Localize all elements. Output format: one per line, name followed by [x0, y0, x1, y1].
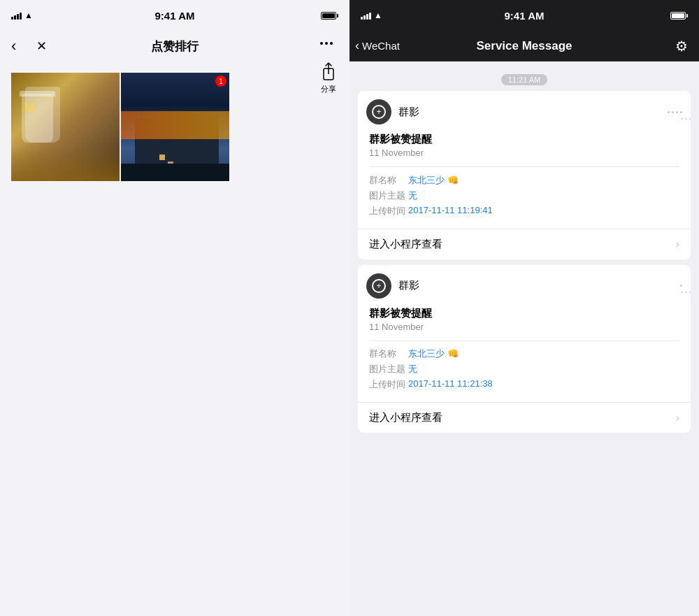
- field-value-1-1: 无: [408, 189, 417, 202]
- timestamp-text: 11:21 AM: [501, 74, 547, 85]
- card-name-1: 群影: [398, 106, 661, 119]
- close-icon: ✕: [36, 39, 47, 53]
- card-more-button-1[interactable]: ···: [668, 111, 682, 113]
- card-header-2: + 群影 ···: [358, 265, 691, 304]
- timestamp-label: 11:21 AM: [350, 73, 699, 85]
- field-label-1-1: 图片主题: [369, 189, 408, 202]
- logo-m: M: [24, 101, 34, 115]
- card-action-label-2: 进入小程序查看: [369, 411, 442, 424]
- card-header-1: + 群影 ···: [358, 91, 691, 130]
- field-label-2-2: 上传时间: [369, 378, 408, 391]
- photo-item-1[interactable]: M: [11, 73, 120, 181]
- more-dot-2: [325, 42, 328, 45]
- card-field-2-2: 上传时间 2017-11-11 11:21:38: [369, 378, 679, 391]
- photo-item-2[interactable]: 1: [121, 73, 229, 181]
- card-date-2: 11 November: [369, 322, 679, 332]
- close-button[interactable]: ✕: [36, 38, 47, 54]
- ellipsis-2: ···: [680, 285, 682, 287]
- settings-icon: ⚙: [675, 38, 688, 54]
- more-dot-3: [330, 42, 333, 45]
- card-title-2: 群影被赞提醒: [369, 307, 679, 320]
- sunset-glow: [121, 111, 229, 139]
- back-button-left[interactable]: ‹: [11, 38, 16, 54]
- signal-wifi-right: ▲: [361, 10, 382, 20]
- wifi-icon-right: ▲: [374, 10, 382, 20]
- settings-button[interactable]: ⚙: [675, 38, 688, 55]
- photo-food: M: [11, 73, 120, 181]
- card-action-1[interactable]: 进入小程序查看 ›: [358, 229, 691, 259]
- card-avatar-2: +: [366, 273, 391, 299]
- more-dot-1: [320, 42, 323, 45]
- battery-icon-right: [670, 12, 688, 20]
- card-divider-1: [369, 166, 679, 167]
- card-action-chevron-1: ›: [676, 238, 679, 250]
- card-action-2[interactable]: 进入小程序查看 ›: [358, 402, 691, 433]
- field-value-2-2: 2017-11-11 11:21:38: [408, 378, 493, 389]
- right-panel: ▲ 9:41 AM ‹ WeChat Service Message ⚙ 11:…: [350, 0, 699, 616]
- card-field-2-1: 图片主题 无: [369, 363, 679, 375]
- card-avatar-1: +: [366, 99, 391, 124]
- more-button[interactable]: [315, 36, 338, 50]
- more-dot-b: [672, 111, 674, 113]
- card-field-1-1: 图片主题 无: [369, 189, 679, 202]
- field-value-2-0: 东北三少 👊: [408, 348, 459, 360]
- more-dot-c: [676, 111, 678, 113]
- more-dot-a: [668, 111, 670, 113]
- card-more-button-2[interactable]: ···: [680, 285, 682, 287]
- ellipsis-1: ···: [680, 111, 682, 113]
- message-card-1: + 群影 ··· 群影被赞提醒 11 November 群名称 东北三少 👊: [358, 91, 691, 259]
- status-icons-left: ▲: [11, 10, 33, 20]
- card-date-1: 11 November: [369, 148, 679, 158]
- status-time-left: 9:41 AM: [155, 10, 195, 22]
- photo-night: [121, 73, 229, 181]
- card-name-2: 群影: [398, 279, 673, 292]
- status-bar-left: ▲ 9:41 AM: [0, 0, 350, 31]
- status-bar-right: ▲ 9:41 AM: [350, 0, 699, 31]
- card-divider-2: [369, 341, 679, 341]
- cup-shape: [22, 94, 53, 143]
- card-title-1: 群影被赞提醒: [369, 133, 679, 146]
- back-chevron-right: ‹: [355, 38, 359, 53]
- left-header: ‹ ✕ 点赞排行: [0, 31, 350, 62]
- avatar-plus-1: +: [376, 107, 381, 117]
- back-button-right[interactable]: ‹ WeChat: [355, 38, 400, 53]
- share-button[interactable]: 分享: [319, 62, 338, 94]
- wifi-icon: ▲: [24, 10, 33, 20]
- avatar-inner-1: +: [372, 105, 386, 119]
- page-title-left: 点赞排行: [151, 38, 199, 55]
- left-panel: ▲ 9:41 AM ‹ ✕ 点赞排行 分享: [0, 0, 350, 616]
- signal-icon-right: [361, 11, 371, 20]
- share-icon: [319, 62, 338, 81]
- window-lights: [159, 155, 165, 160]
- avatar-plus-2: +: [376, 281, 381, 291]
- messages-container[interactable]: 11:21 AM + 群影 ··· 群影被赞提醒 1: [350, 62, 699, 616]
- field-label-2-0: 群名称: [369, 348, 408, 360]
- field-label-2-1: 图片主题: [369, 363, 408, 375]
- card-action-label-1: 进入小程序查看: [369, 238, 442, 251]
- card-action-chevron-2: ›: [676, 412, 679, 424]
- card-body-2: 群影被赞提醒 11 November 群名称 东北三少 👊 图片主题 无 上传时…: [358, 304, 691, 403]
- photo-badge-2: 1: [215, 76, 226, 87]
- back-chevron-left: ‹: [11, 38, 16, 54]
- signal-icon: [11, 11, 22, 20]
- avatar-inner-2: +: [372, 279, 386, 293]
- field-value-1-0: 东北三少 👊: [408, 174, 459, 187]
- field-value-2-1: 无: [408, 363, 417, 375]
- card-body-1: 群影被赞提醒 11 November 群名称 东北三少 👊 图片主题 无 上传时…: [358, 130, 691, 229]
- back-label-right: WeChat: [362, 40, 400, 52]
- right-header: ‹ WeChat Service Message ⚙: [350, 31, 699, 62]
- card-field-1-0: 群名称 东北三少 👊: [369, 174, 679, 187]
- cup-lid: [20, 91, 55, 96]
- photos-grid: M 1: [0, 62, 350, 181]
- field-value-1-2: 2017-11-11 11:19:41: [408, 205, 493, 215]
- card-field-2-0: 群名称 东北三少 👊: [369, 348, 679, 360]
- page-title-right: Service Message: [476, 39, 572, 53]
- card-field-1-2: 上传时间 2017-11-11 11:19:41: [369, 205, 679, 217]
- battery-icon-left: [321, 12, 338, 20]
- status-time-right: 9:41 AM: [505, 10, 545, 22]
- message-card-2: + 群影 ··· 群影被赞提醒 11 November 群名称 东北三少 👊 图…: [358, 265, 691, 434]
- share-label: 分享: [321, 84, 336, 94]
- field-label-1-2: 上传时间: [369, 205, 408, 217]
- field-label-1-0: 群名称: [369, 174, 408, 187]
